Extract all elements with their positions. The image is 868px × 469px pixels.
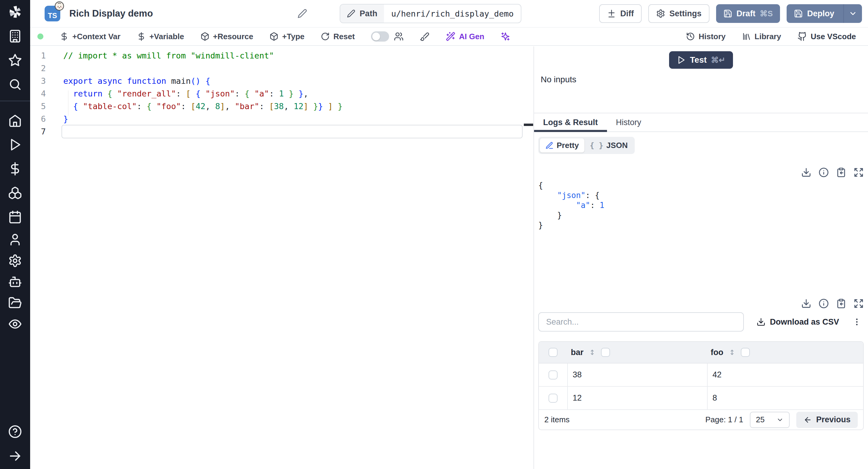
add-variable-button[interactable]: +Variable (137, 32, 184, 41)
json-view-label: JSON (607, 141, 628, 150)
table-cell: 12 (567, 387, 707, 409)
deploy-dropdown[interactable] (843, 4, 862, 23)
table-row: 3842 (539, 364, 863, 387)
path-group[interactable]: Path u/henri/rich_display_demo (340, 4, 521, 23)
path-button[interactable]: Path (340, 4, 384, 23)
users-user-icon[interactable] (8, 233, 22, 247)
table-body: 3842128 (539, 364, 863, 410)
row-checkbox[interactable] (539, 394, 567, 403)
previous-page-button[interactable]: Previous (796, 412, 858, 428)
settings-gear-icon[interactable] (8, 254, 22, 268)
line-number: 2 (30, 62, 63, 75)
settings-button[interactable]: Settings (648, 4, 710, 23)
column-checkbox[interactable] (741, 348, 750, 357)
github-icon (798, 32, 807, 41)
diff-button[interactable]: Diff (599, 4, 642, 23)
select-all-checkbox[interactable] (539, 348, 567, 357)
view-mode-segmented: Pretty { } JSON (538, 137, 635, 154)
draft-shortcut: ⌘S (760, 9, 773, 19)
page-size-select[interactable]: 25 (750, 412, 789, 428)
column-header-foo[interactable]: foo (707, 348, 863, 357)
page-size-value: 25 (756, 415, 765, 425)
tab-history[interactable]: History (607, 113, 650, 131)
sort-icon[interactable] (588, 348, 596, 356)
column-label: foo (711, 348, 723, 357)
ai-gen-button[interactable]: AI Gen (446, 32, 484, 41)
draft-button[interactable]: Draft ⌘S (716, 4, 780, 23)
reset-button[interactable]: Reset (321, 32, 355, 41)
home-icon[interactable] (8, 114, 22, 127)
download-icon[interactable] (801, 299, 811, 309)
test-button[interactable]: Test ⌘↵ (669, 51, 733, 69)
clipboard-copy-icon[interactable] (836, 299, 846, 309)
column-header-bar[interactable]: bar (567, 348, 707, 357)
collaboration-toggle[interactable] (371, 31, 389, 41)
download-csv-button[interactable]: Download as CSV (756, 317, 839, 327)
audit-eye-icon[interactable] (8, 317, 22, 331)
format-brush-button[interactable] (420, 32, 430, 41)
add-resource-label: +Resource (213, 32, 253, 41)
variables-dollar-icon[interactable] (8, 162, 22, 176)
line-number: 7 (30, 125, 63, 138)
chevron-down-icon (849, 9, 857, 18)
expand-icon[interactable] (854, 299, 864, 309)
clipboard-copy-icon[interactable] (836, 167, 846, 178)
add-resource-button[interactable]: +Resource (200, 32, 253, 41)
json-view-button[interactable]: { } JSON (584, 138, 633, 153)
table-search-row: Download as CSV (538, 312, 864, 332)
row-checkbox[interactable] (539, 370, 567, 379)
table-cell: 42 (707, 364, 863, 386)
pretty-view-button[interactable]: Pretty (540, 138, 584, 153)
editor-code[interactable]: // import * as wmill from "windmill-clie… (63, 46, 343, 469)
download-csv-label: Download as CSV (770, 317, 839, 327)
json-result: { "json": { "a": 1 }} (538, 181, 864, 230)
users-icon (394, 32, 404, 41)
info-icon[interactable] (818, 167, 829, 178)
edit-title-pencil-icon[interactable] (298, 9, 307, 19)
table-footer: 2 items Page: 1 / 1 25 Previous (539, 410, 863, 430)
indent-guide (68, 90, 68, 116)
use-vscode-button[interactable]: Use VScode (798, 32, 856, 41)
add-type-button[interactable]: +Type (270, 32, 304, 41)
collaboration-toggle-group (371, 31, 404, 41)
add-context-var-button[interactable]: +Context Var (60, 32, 121, 41)
folders-folder-open-icon[interactable] (8, 296, 22, 310)
arrow-left-icon (804, 416, 812, 424)
resources-boxes-icon[interactable] (8, 186, 22, 200)
braces-icon: { } (590, 141, 603, 150)
table-cell: 8 (707, 387, 863, 409)
more-options-icon[interactable] (852, 317, 861, 326)
help-icon[interactable] (8, 425, 22, 439)
dollar-icon (137, 32, 146, 41)
history-button[interactable]: History (686, 32, 726, 41)
schedules-calendar-icon[interactable] (8, 210, 22, 224)
search-icon[interactable] (8, 77, 22, 91)
ai-sparkles-button[interactable] (501, 32, 510, 41)
favorites-star-icon[interactable] (8, 53, 22, 67)
search-input[interactable] (538, 312, 744, 332)
use-vscode-label: Use VScode (811, 32, 856, 41)
ai-gen-label: AI Gen (459, 32, 484, 41)
deploy-button[interactable]: Deploy (786, 4, 862, 23)
library-button[interactable]: Library (742, 32, 781, 41)
topbar-actions: Diff Settings Draft ⌘S Deploy (599, 4, 862, 23)
download-icon (756, 317, 766, 326)
runs-play-icon[interactable] (8, 138, 22, 152)
download-icon[interactable] (801, 167, 811, 178)
library-icon (742, 32, 751, 41)
workers-bot-icon[interactable] (8, 275, 22, 289)
pen-icon (545, 142, 554, 150)
column-checkbox[interactable] (601, 348, 610, 357)
sort-icon[interactable] (728, 348, 736, 356)
tab-logs-result[interactable]: Logs & Result (534, 113, 607, 131)
windmill-logo-icon[interactable] (8, 5, 22, 19)
expand-sidebar-arrow-icon[interactable] (8, 449, 22, 463)
info-icon[interactable] (818, 299, 829, 309)
add-type-label: +Type (282, 32, 304, 41)
chevron-down-icon (776, 416, 784, 424)
path-value: u/henri/rich_display_demo (384, 4, 521, 23)
code-editor[interactable]: 1234567 // import * as wmill from "windm… (30, 46, 533, 469)
deploy-label: Deploy (807, 9, 834, 19)
expand-icon[interactable] (854, 167, 864, 178)
workspace-building-icon[interactable] (8, 29, 22, 43)
